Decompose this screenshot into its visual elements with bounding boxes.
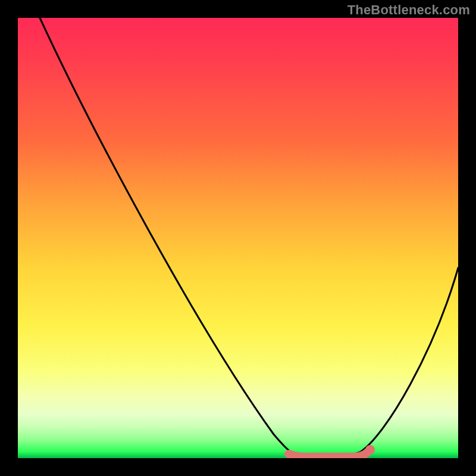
trough-marker bbox=[289, 451, 369, 457]
bottleneck-curve-path bbox=[40, 18, 458, 457]
trough-end-dot bbox=[365, 445, 375, 455]
curve-layer bbox=[18, 18, 458, 458]
chart-frame: TheBottleneck.com bbox=[0, 0, 476, 476]
watermark-text: TheBottleneck.com bbox=[347, 2, 470, 18]
plot-area bbox=[18, 18, 458, 458]
